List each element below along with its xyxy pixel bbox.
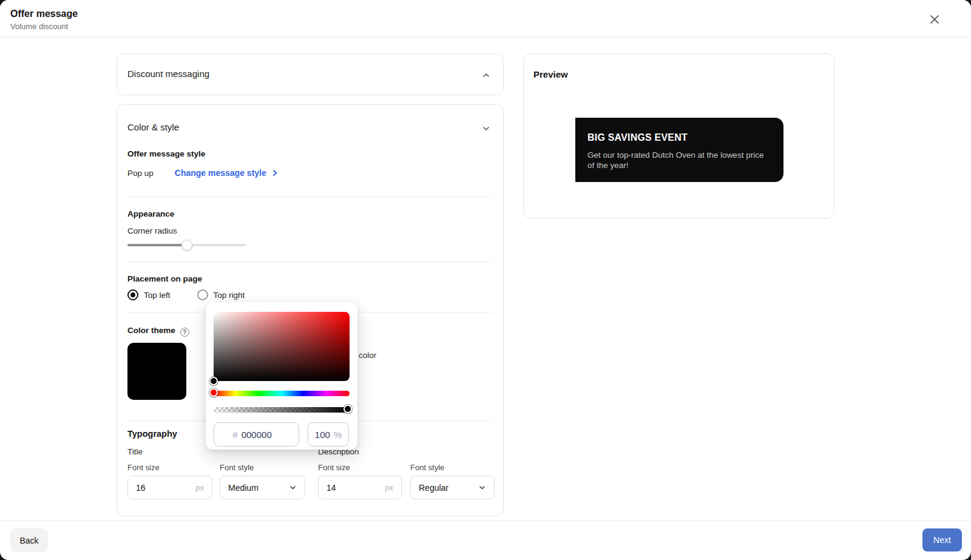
slider-thumb[interactable] [181,240,192,251]
description-font-size-input[interactable] [326,483,373,493]
preview-offer-message: BIG SAVINGS EVENT Get our top-rated Dutc… [575,118,783,182]
description-font-style-select[interactable]: Regular [410,476,495,499]
background-color-label-fragment: color [359,351,376,360]
alpha-unit: % [334,430,342,440]
saturation-gradient-area[interactable] [214,312,350,381]
alpha-slider[interactable] [214,407,350,413]
next-button[interactable]: Next [922,528,962,552]
offer-message-style-heading: Offer message style [127,149,493,158]
description-font-size-field[interactable]: px [318,476,402,499]
appearance-heading: Appearance [127,209,493,218]
hex-prefix: # [232,430,237,440]
back-button[interactable]: Back [10,528,48,552]
title-font-size-input[interactable] [136,483,183,493]
preview-title: Preview [533,69,568,79]
placement-heading: Placement on page [127,274,493,283]
chevron-down-icon [478,484,486,491]
title-font-size-label: Font size [127,463,160,472]
radio-top-left[interactable]: Top left [127,289,171,300]
description-font-size-label: Font size [318,463,350,472]
close-button[interactable] [927,12,942,27]
alpha-thumb[interactable] [343,405,352,413]
alpha-value: 100 [315,430,330,440]
divider [127,197,493,197]
discount-messaging-card[interactable]: Discount messaging [117,53,504,95]
color-theme-swatch[interactable] [127,343,186,400]
radio-top-left-label: Top left [144,291,171,300]
radio-top-right[interactable]: Top right [197,289,245,300]
radio-top-right-label: Top right [214,291,245,300]
hue-thumb[interactable] [209,388,218,397]
discount-messaging-title: Discount messaging [127,69,209,79]
chevron-down-icon[interactable] [482,124,490,133]
radio-unselected-icon[interactable] [197,289,208,300]
corner-radius-label: Corner radius [127,226,493,235]
px-unit: px [385,483,393,492]
typography-title-label: Title [127,447,143,456]
preview-message-body: Get our top-rated Dutch Oven at the lowe… [587,150,765,170]
alpha-field[interactable]: 100 % [308,422,349,447]
color-style-title: Color & style [127,122,179,132]
page-subtitle: Volume discount [10,22,68,31]
slider-fill [127,244,187,246]
hex-color-input[interactable] [242,430,280,440]
color-picker-popup: # 100 % [206,302,357,450]
hex-color-field[interactable]: # [214,422,299,447]
color-theme-heading: Color theme [127,326,175,335]
title-font-style-select[interactable]: Medium [220,476,305,499]
saturation-cursor[interactable] [209,377,218,385]
chevron-right-icon [271,169,279,177]
preview-message-title: BIG SAVINGS EVENT [587,132,770,143]
chevron-up-icon[interactable] [482,71,490,79]
hue-slider[interactable] [214,391,350,396]
footer-divider [0,521,971,521]
message-style-value: Pop up [127,169,154,178]
radio-selected-icon[interactable] [127,289,138,300]
page-title: Offer message [10,8,78,19]
description-font-style-label: Font style [410,463,444,472]
preview-card: Preview BIG SAVINGS EVENT Get our top-ra… [523,53,834,218]
change-message-style-link[interactable]: Change message style [175,168,279,178]
corner-radius-slider[interactable] [127,240,246,251]
title-font-size-field[interactable]: px [127,476,212,499]
close-icon [929,13,941,25]
help-icon[interactable]: ? [180,328,189,337]
modal-header: Offer message Volume discount [0,0,971,38]
divider [127,261,493,262]
offer-message-modal: Offer message Volume discount Discount m… [0,0,971,560]
px-unit: px [195,483,204,492]
chevron-down-icon [289,484,297,491]
title-font-style-label: Font style [220,463,254,472]
